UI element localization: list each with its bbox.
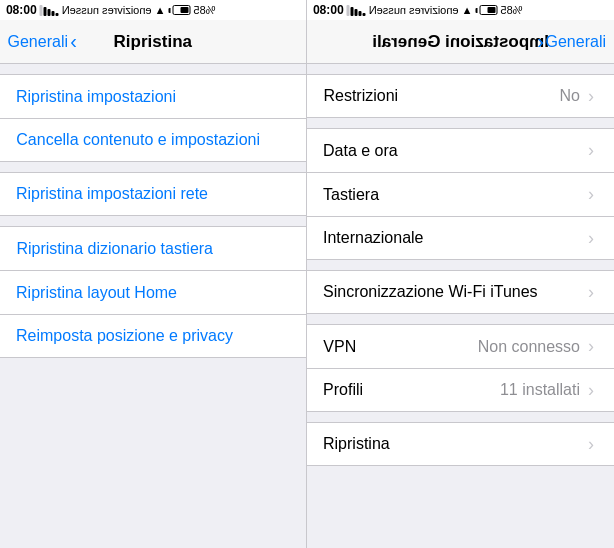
right-nav-title: Impostazioni Generali (372, 32, 549, 52)
right-forward-chevron: › (537, 30, 544, 53)
list-item-tastiera[interactable]: ‹ Tastiera (307, 172, 614, 216)
internazionale-chevron: ‹ (588, 228, 594, 249)
time-left: 00:80 (6, 3, 37, 17)
profili-chevron: ‹ (588, 380, 594, 401)
right-forward-label: Generali (546, 33, 606, 51)
restrizioni-value: No (560, 87, 580, 105)
list-item-sincronizzazione[interactable]: ‹ Sincronizzazione Wi-Fi iTunes (307, 270, 614, 314)
carrier-left: enoizivres nusseN (62, 4, 152, 16)
status-bar-right-content: %85 ▲ enoizivres nusseN 00:80 (307, 3, 529, 17)
panel-right: Impostazioni Generali Generali › ‹ No Re… (307, 20, 614, 548)
right-group-5: ‹ Ripristina (307, 422, 614, 466)
left-group-1: Ripristina impostazioni Cancella contenu… (0, 74, 306, 162)
left-nav-bar: Ripristina ‹ Generali (0, 20, 306, 64)
list-item-ripristina-rete[interactable]: Ripristina impostazioni rete (0, 172, 306, 216)
left-back-button[interactable]: ‹ Generali (8, 31, 77, 53)
list-item-ripristina-impostazioni[interactable]: Ripristina impostazioni (0, 74, 306, 118)
left-nav-title: Ripristina (114, 32, 192, 52)
list-item-diz-tastiera[interactable]: Ripristina dizionario tastiera (0, 226, 306, 270)
left-group-2: Ripristina impostazioni rete (0, 172, 306, 216)
internazionale-label: Internazionale (323, 229, 588, 247)
list-item-internazionale[interactable]: ‹ Internazionale (307, 216, 614, 260)
list-item-profili[interactable]: ‹ 11 installati Profili (307, 368, 614, 412)
battery-icon-right (475, 5, 497, 15)
data-ora-label: Data e ora (323, 142, 588, 160)
panel-left-inner: Ripristina ‹ Generali Ripristina imposta… (0, 20, 306, 548)
list-item-restrizioni[interactable]: ‹ No Restrizioni (307, 74, 614, 118)
status-bar-row: %85 ▲ enoizivres nusseN 00:80 %85 (0, 0, 614, 20)
right-group-1: ‹ No Restrizioni (307, 74, 614, 118)
sinc-chevron: ‹ (588, 282, 594, 303)
left-scroll[interactable]: Ripristina impostazioni Cancella contenu… (0, 64, 306, 548)
battery-text-left: %85 (193, 4, 215, 16)
sinc-label: Sincronizzazione Wi-Fi iTunes (323, 283, 588, 301)
list-item-layout-home[interactable]: Ripristina layout Home (0, 270, 306, 314)
ripristina-right-label: Ripristina (323, 435, 588, 453)
item-text-posizione: Reimposta posizione e privacy (16, 327, 233, 345)
left-back-label: Generali (8, 33, 68, 51)
list-item-ripristina-right[interactable]: ‹ Ripristina (307, 422, 614, 466)
ripristina-right-chevron: ‹ (588, 434, 594, 455)
battery-icon-left (168, 5, 190, 15)
signal-left (40, 4, 59, 16)
vpn-value: Non connesso (478, 338, 580, 356)
left-back-chevron: ‹ (70, 30, 77, 53)
right-group-4: ‹ Non connesso VPN ‹ 11 installati Profi… (307, 324, 614, 412)
status-bar-right: %85 ▲ enoizivres nusseN 00:80 (307, 0, 614, 20)
item-text-diz-tastiera: Ripristina dizionario tastiera (16, 240, 213, 258)
right-group-3: ‹ Sincronizzazione Wi-Fi iTunes (307, 270, 614, 314)
left-group-3: Ripristina dizionario tastiera Ripristin… (0, 226, 306, 358)
right-scroll[interactable]: ‹ No Restrizioni ‹ Data e ora ‹ Tastiera (307, 64, 614, 548)
data-ora-chevron: ‹ (588, 140, 594, 161)
restrizioni-chevron: ‹ (588, 86, 594, 107)
right-group-2: ‹ Data e ora ‹ Tastiera ‹ Internazionale (307, 128, 614, 260)
vpn-chevron: ‹ (588, 336, 594, 357)
panel-left: Ripristina ‹ Generali Ripristina imposta… (0, 20, 307, 548)
right-nav-bar: Impostazioni Generali Generali › (307, 20, 614, 64)
item-text-cancella: Cancella contenuto e impostazioni (16, 131, 260, 149)
status-bar-left: %85 ▲ enoizivres nusseN 00:80 (0, 0, 307, 20)
tastiera-label: Tastiera (323, 186, 588, 204)
wifi-left: ▲ (155, 4, 166, 16)
right-forward-button[interactable]: Generali › (537, 30, 606, 53)
item-text-ripristina-imp: Ripristina impostazioni (16, 88, 176, 106)
restrizioni-label: Restrizioni (323, 87, 560, 105)
signal-right (347, 4, 366, 16)
profili-label: Profili (323, 381, 500, 399)
list-item-posizione[interactable]: Reimposta posizione e privacy (0, 314, 306, 358)
item-text-layout-home: Ripristina layout Home (16, 284, 177, 302)
battery-text-right: %85 (500, 4, 522, 16)
panels: Ripristina ‹ Generali Ripristina imposta… (0, 20, 614, 548)
profili-value: 11 installati (500, 381, 580, 399)
list-item-vpn[interactable]: ‹ Non connesso VPN (307, 324, 614, 368)
tastiera-chevron: ‹ (588, 184, 594, 205)
status-bar-left-content: %85 ▲ enoizivres nusseN 00:80 (0, 3, 222, 17)
vpn-label: VPN (323, 338, 478, 356)
wifi-right: ▲ (462, 4, 473, 16)
item-text-ripristina-rete: Ripristina impostazioni rete (16, 185, 208, 203)
time-right: 00:80 (313, 3, 344, 17)
carrier-right: enoizivres nusseN (369, 4, 459, 16)
list-item-data-ora[interactable]: ‹ Data e ora (307, 128, 614, 172)
panel-right-inner: Impostazioni Generali Generali › ‹ No Re… (307, 20, 614, 548)
list-item-cancella[interactable]: Cancella contenuto e impostazioni (0, 118, 306, 162)
